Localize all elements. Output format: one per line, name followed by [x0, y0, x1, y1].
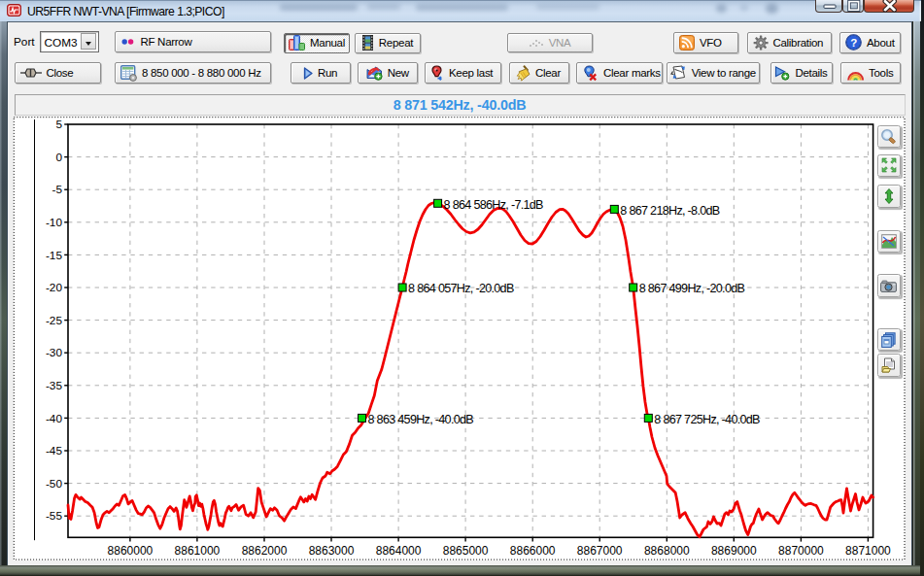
svg-text:8863000: 8863000 — [309, 544, 355, 558]
svg-text:5: 5 — [55, 118, 62, 131]
svg-text:8868000: 8868000 — [644, 544, 690, 558]
svg-text:8861000: 8861000 — [175, 544, 221, 558]
svg-text:-25: -25 — [46, 314, 62, 327]
svg-text:-45: -45 — [46, 444, 62, 457]
svg-text:8870000: 8870000 — [778, 544, 824, 558]
svg-text:-10: -10 — [46, 216, 62, 229]
svg-text:8 864 586Hz, -7.1dB: 8 864 586Hz, -7.1dB — [444, 198, 544, 212]
svg-text:-30: -30 — [46, 346, 62, 359]
svg-text:8869000: 8869000 — [711, 544, 757, 558]
svg-text:8 867 725Hz, -40.0dB: 8 867 725Hz, -40.0dB — [654, 413, 760, 426]
svg-text:8865000: 8865000 — [443, 544, 489, 558]
svg-text:8 867 218Hz, -8.0dB: 8 867 218Hz, -8.0dB — [620, 204, 720, 218]
svg-text:-35: -35 — [46, 379, 62, 392]
svg-text:-50: -50 — [46, 477, 62, 491]
svg-text:8 863 459Hz, -40.0dB: 8 863 459Hz, -40.0dB — [368, 413, 474, 426]
svg-text:-20: -20 — [46, 281, 62, 294]
svg-text:8860000: 8860000 — [108, 544, 154, 558]
svg-text:-5: -5 — [52, 183, 63, 196]
svg-text:8 867 499Hz, -20.0dB: 8 867 499Hz, -20.0dB — [639, 282, 745, 295]
svg-text:8866000: 8866000 — [510, 544, 556, 558]
svg-text:-15: -15 — [46, 249, 62, 262]
svg-text:8862000: 8862000 — [242, 544, 288, 558]
svg-text:8867000: 8867000 — [577, 544, 623, 558]
svg-text:-40: -40 — [46, 412, 62, 425]
svg-text:-55: -55 — [46, 509, 62, 523]
svg-text:8871000: 8871000 — [845, 544, 891, 558]
svg-text:0: 0 — [55, 151, 62, 164]
svg-text:8 864 057Hz, -20.0dB: 8 864 057Hz, -20.0dB — [408, 282, 514, 295]
svg-text:8864000: 8864000 — [376, 544, 422, 558]
